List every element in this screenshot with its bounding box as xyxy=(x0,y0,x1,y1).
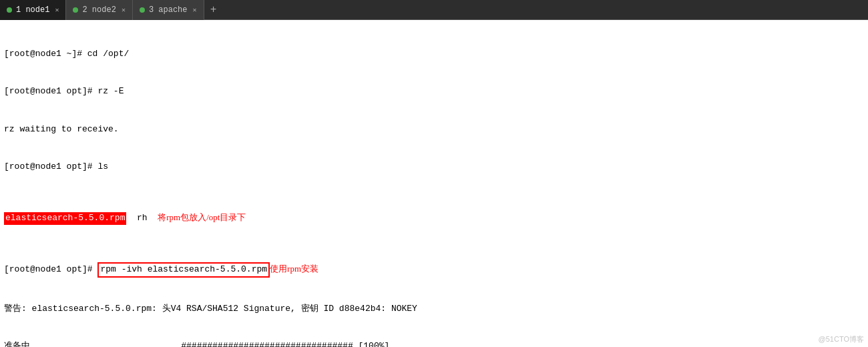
terminal-line: 警告: elasticsearch-5.5.0.rpm: 头V4 RSA/SHA… xyxy=(4,303,864,316)
watermark: @51CTO博客 xyxy=(819,334,864,344)
tab-node2[interactable]: 2 node2 ✕ xyxy=(66,0,132,20)
tab-node1[interactable]: 1 node1 ✕ xyxy=(0,0,66,20)
terminal-line: [root@node1 opt]# rz -E xyxy=(4,85,864,98)
terminal-area[interactable]: [root@node1 ~]# cd /opt/ [root@node1 opt… xyxy=(0,20,868,347)
rpm-cmd-highlight: rpm -ivh elasticsearch-5.5.0.rpm xyxy=(97,262,270,278)
rpm-filename-highlight: elasticsearch-5.5.0.rpm xyxy=(4,212,126,225)
tab-dot-2 xyxy=(73,7,78,13)
annotation-rpm-install: 使用rpm安装 xyxy=(270,263,318,276)
terminal-line: [root@node1 opt]# ls xyxy=(4,161,864,174)
tab-label-2: 2 node2 xyxy=(82,5,116,15)
terminal-line-ls: elasticsearch-5.5.0.rpm rh 将rpm包放入/opt目录… xyxy=(4,212,864,225)
tab-label-1: 1 node1 xyxy=(16,5,49,15)
tab-bar: 1 node1 ✕ 2 node2 ✕ 3 apache ✕ + xyxy=(0,0,868,20)
tab-close-1[interactable]: ✕ xyxy=(55,6,59,14)
tab-apache[interactable]: 3 apache ✕ xyxy=(133,0,204,20)
tab-close-2[interactable]: ✕ xyxy=(122,6,126,14)
tab-add-button[interactable]: + xyxy=(204,0,223,20)
terminal-line: rz waiting to receive. xyxy=(4,123,864,136)
terminal-line: [root@node1 ~]# cd /opt/ xyxy=(4,48,864,61)
tab-dot-3 xyxy=(140,7,145,13)
terminal-line-rpm: [root@node1 opt]# rpm -ivh elasticsearch… xyxy=(4,262,864,278)
terminal-line: 准备中... #################################… xyxy=(4,340,864,347)
tab-close-3[interactable]: ✕ xyxy=(193,6,197,14)
annotation-rpm-copy: 将rpm包放入/opt目录下 xyxy=(158,212,246,224)
tab-label-3: 3 apache xyxy=(149,5,188,15)
tab-dot-1 xyxy=(7,7,12,13)
